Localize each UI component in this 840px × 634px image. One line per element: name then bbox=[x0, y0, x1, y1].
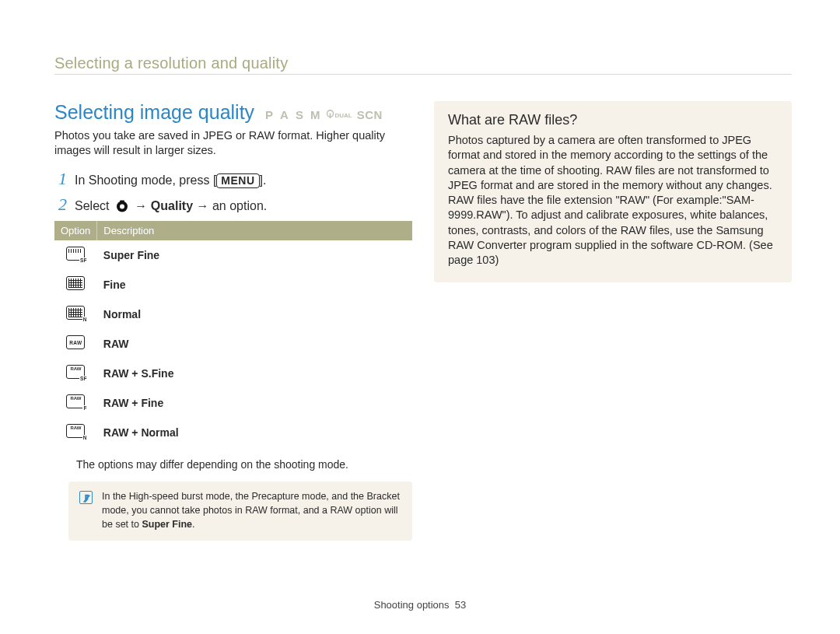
mode-scn: SCN bbox=[357, 108, 383, 121]
option-icon-cell bbox=[54, 329, 97, 359]
raw-explainer-box: What are RAW ﬁles? Photos captured by a … bbox=[434, 101, 792, 282]
option-label-cell: RAW + Fine bbox=[97, 388, 412, 418]
info-icon bbox=[79, 491, 93, 504]
raw-explainer-title: What are RAW ﬁles? bbox=[448, 112, 778, 128]
breadcrumb: Selecting a resolution and quality bbox=[54, 54, 792, 75]
table-row: RAW bbox=[54, 329, 412, 359]
table-row: Super Fine bbox=[54, 240, 412, 270]
page-footer: Shooting options 53 bbox=[0, 599, 840, 611]
table-row: RAW + Normal bbox=[54, 418, 412, 447]
table-row: RAW + S.Fine bbox=[54, 359, 412, 388]
quality-option-icon bbox=[66, 424, 85, 438]
menu-button-label: MENU bbox=[216, 173, 259, 188]
option-icon-cell bbox=[54, 240, 97, 270]
table-header-option: Option bbox=[54, 221, 97, 240]
mode-s: S bbox=[296, 108, 306, 121]
step-1-number: 1 bbox=[54, 170, 67, 187]
quality-option-icon bbox=[66, 247, 85, 261]
info-note-text: In the High-speed burst mode, the Precap… bbox=[102, 489, 401, 531]
table-row: RAW + Fine bbox=[54, 388, 412, 418]
option-label-cell: RAW bbox=[97, 329, 412, 359]
option-icon-cell bbox=[54, 388, 97, 418]
step-2-number: 2 bbox=[54, 196, 67, 213]
option-label-cell: RAW + Normal bbox=[97, 418, 412, 447]
option-label-cell: Normal bbox=[97, 299, 412, 329]
table-row: Fine bbox=[54, 270, 412, 299]
option-label-cell: Fine bbox=[97, 270, 412, 299]
svg-rect-1 bbox=[330, 114, 331, 119]
option-icon-cell bbox=[54, 270, 97, 299]
option-icon-cell bbox=[54, 359, 97, 388]
raw-explainer-body: Photos captured by a camera are often tr… bbox=[448, 133, 778, 268]
quality-option-icon bbox=[66, 306, 85, 320]
option-icon-cell bbox=[54, 418, 97, 447]
camera-icon bbox=[114, 200, 130, 212]
intro-text: Photos you take are saved in JPEG or RAW… bbox=[54, 128, 412, 158]
mode-p: P bbox=[265, 108, 275, 121]
mode-a: A bbox=[280, 108, 291, 121]
option-icon-cell bbox=[54, 299, 97, 329]
mode-m: M bbox=[310, 108, 323, 121]
step-1-text: In Shooting mode, press [MENU]. bbox=[75, 170, 266, 189]
svg-rect-4 bbox=[120, 201, 124, 203]
mode-indicator: P A S M DUAL SCN bbox=[265, 108, 383, 121]
quality-option-icon bbox=[66, 365, 85, 379]
svg-point-3 bbox=[120, 205, 124, 209]
option-label-cell: RAW + S.Fine bbox=[97, 359, 412, 388]
info-note: In the High-speed burst mode, the Precap… bbox=[68, 482, 412, 541]
quality-option-icon bbox=[66, 335, 85, 349]
option-label-cell: Super Fine bbox=[97, 240, 412, 270]
table-footnote: The options may differ depending on the … bbox=[76, 458, 411, 471]
quality-option-icon bbox=[66, 394, 85, 408]
table-header-description: Description bbox=[97, 221, 412, 240]
quality-option-icon bbox=[66, 276, 85, 290]
step-2-text: Select → Quality → an option. bbox=[75, 196, 267, 215]
quality-options-table: Option Description Super FineFineNormalR… bbox=[54, 221, 412, 447]
section-heading: Selecting image quality bbox=[54, 101, 254, 124]
mode-dual-icon: DUAL bbox=[327, 110, 352, 119]
table-row: Normal bbox=[54, 299, 412, 329]
